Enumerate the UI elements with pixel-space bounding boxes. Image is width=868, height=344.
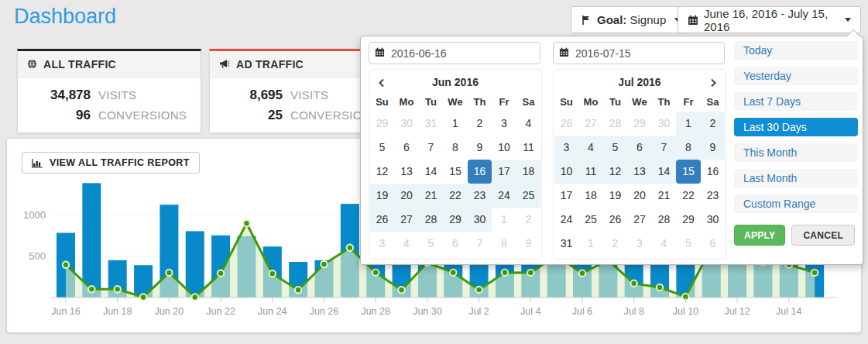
calendar-day[interactable]: 26: [554, 112, 579, 136]
calendar-day[interactable]: 9: [701, 136, 726, 160]
range-item-this-month[interactable]: This Month: [734, 143, 858, 162]
range-item-today[interactable]: Today: [734, 41, 858, 60]
calendar-day[interactable]: 21: [652, 184, 677, 208]
calendar-day[interactable]: 31: [419, 112, 444, 136]
calendar-day[interactable]: 12: [603, 160, 628, 184]
calendar-day[interactable]: 8: [443, 136, 468, 160]
goal-dropdown-button[interactable]: Goal: Signup: [571, 6, 691, 33]
calendar-day[interactable]: 6: [443, 232, 468, 256]
calendar-day[interactable]: 30: [394, 112, 419, 136]
calendar-day[interactable]: 14: [652, 160, 677, 184]
calendar-day[interactable]: 4: [578, 136, 603, 160]
date-range-dropdown-button[interactable]: June 16, 2016 - July 15, 2016: [678, 6, 861, 33]
calendar-day[interactable]: 2: [468, 112, 492, 136]
calendar-day-selected[interactable]: 15: [676, 160, 701, 184]
calendar-day[interactable]: 7: [652, 136, 677, 160]
calendar-day[interactable]: 27: [394, 208, 419, 232]
calendar-day[interactable]: 31: [554, 232, 579, 256]
calendar-day[interactable]: 24: [554, 208, 579, 232]
calendar-day[interactable]: 17: [492, 160, 516, 184]
calendar-day[interactable]: 6: [394, 136, 419, 160]
calendar-day[interactable]: 28: [603, 112, 628, 136]
calendar-day[interactable]: 5: [370, 136, 395, 160]
range-item-last-7-days[interactable]: Last 7 Days: [734, 92, 858, 111]
start-date-input[interactable]: [369, 42, 540, 64]
calendar-day[interactable]: 25: [578, 208, 603, 232]
calendar-day[interactable]: 3: [492, 112, 516, 136]
calendar-day[interactable]: 9: [516, 232, 541, 256]
calendar-day[interactable]: 13: [394, 160, 419, 184]
calendar-day[interactable]: 22: [443, 184, 468, 208]
range-item-last-month[interactable]: Last Month: [734, 169, 858, 187]
apply-button[interactable]: APPLY: [734, 225, 785, 246]
next-month-button[interactable]: [705, 75, 721, 91]
calendar-day[interactable]: 4: [394, 232, 419, 256]
calendar-day[interactable]: 25: [516, 184, 541, 208]
calendar-day[interactable]: 14: [419, 160, 444, 184]
calendar-day[interactable]: 3: [554, 136, 579, 160]
calendar-day[interactable]: 11: [578, 160, 603, 184]
calendar-day[interactable]: 10: [492, 136, 516, 160]
calendar-day[interactable]: 23: [701, 184, 726, 208]
calendar-day[interactable]: 12: [370, 160, 395, 184]
calendar-day[interactable]: 2: [516, 208, 541, 232]
calendar-day[interactable]: 27: [627, 208, 652, 232]
calendar-day[interactable]: 18: [578, 184, 603, 208]
calendar-day[interactable]: 3: [627, 232, 652, 256]
calendar-day[interactable]: 7: [419, 136, 444, 160]
calendar-day[interactable]: 29: [627, 112, 652, 136]
calendar-day[interactable]: 29: [443, 208, 468, 232]
calendar-day[interactable]: 21: [419, 184, 444, 208]
calendar-day[interactable]: 20: [394, 184, 419, 208]
calendar-day[interactable]: 22: [676, 184, 701, 208]
calendar-day[interactable]: 20: [627, 184, 652, 208]
calendar-day[interactable]: 26: [370, 208, 395, 232]
calendar-day[interactable]: 1: [578, 232, 603, 256]
calendar-day[interactable]: 8: [676, 136, 701, 160]
range-item-yesterday[interactable]: Yesterday: [734, 67, 858, 85]
calendar-day[interactable]: 24: [492, 184, 516, 208]
calendar-day[interactable]: 5: [603, 136, 628, 160]
calendar-day[interactable]: 26: [603, 208, 628, 232]
calendar-day[interactable]: 28: [652, 208, 677, 232]
view-all-traffic-report-button[interactable]: VIEW ALL TRAFFIC REPORT: [22, 152, 200, 174]
calendar-day[interactable]: 5: [419, 232, 444, 256]
calendar-day[interactable]: 6: [627, 136, 652, 160]
calendar-day[interactable]: 18: [516, 160, 541, 184]
calendar-day[interactable]: 16: [701, 160, 726, 184]
calendar-day[interactable]: 19: [370, 184, 395, 208]
end-date-input[interactable]: [553, 42, 725, 64]
calendar-day[interactable]: 5: [676, 232, 701, 256]
range-item-last-30-days[interactable]: Last 30 Days: [734, 118, 858, 136]
calendar-day[interactable]: 6: [701, 232, 726, 256]
calendar-day[interactable]: 30: [652, 112, 677, 136]
calendar-day-selected[interactable]: 16: [468, 160, 492, 184]
calendar-day[interactable]: 11: [516, 136, 541, 160]
calendar-day[interactable]: 13: [627, 160, 652, 184]
calendar-day[interactable]: 1: [492, 208, 516, 232]
calendar-day[interactable]: 1: [676, 112, 701, 136]
calendar-day[interactable]: 3: [370, 232, 395, 256]
calendar-day[interactable]: 23: [468, 184, 492, 208]
calendar-day[interactable]: 10: [554, 160, 579, 184]
calendar-day[interactable]: 30: [701, 208, 726, 232]
calendar-day[interactable]: 4: [516, 112, 541, 136]
calendar-day[interactable]: 2: [701, 112, 726, 136]
calendar-day[interactable]: 28: [419, 208, 444, 232]
calendar-day[interactable]: 9: [468, 136, 492, 160]
range-item-custom-range[interactable]: Custom Range: [734, 194, 858, 213]
calendar-day[interactable]: 8: [492, 232, 516, 256]
calendar-day[interactable]: 1: [443, 112, 468, 136]
calendar-day[interactable]: 15: [443, 160, 468, 184]
calendar-day[interactable]: 7: [468, 232, 492, 256]
cancel-button[interactable]: CANCEL: [791, 225, 855, 246]
calendar-day[interactable]: 2: [603, 232, 628, 256]
calendar-day[interactable]: 29: [676, 208, 701, 232]
prev-month-button[interactable]: [374, 75, 389, 91]
calendar-day[interactable]: 4: [652, 232, 677, 256]
calendar-day[interactable]: 27: [578, 112, 603, 136]
calendar-day[interactable]: 17: [554, 184, 579, 208]
calendar-day[interactable]: 30: [468, 208, 492, 232]
calendar-day[interactable]: 19: [603, 184, 628, 208]
calendar-day[interactable]: 29: [370, 112, 395, 136]
